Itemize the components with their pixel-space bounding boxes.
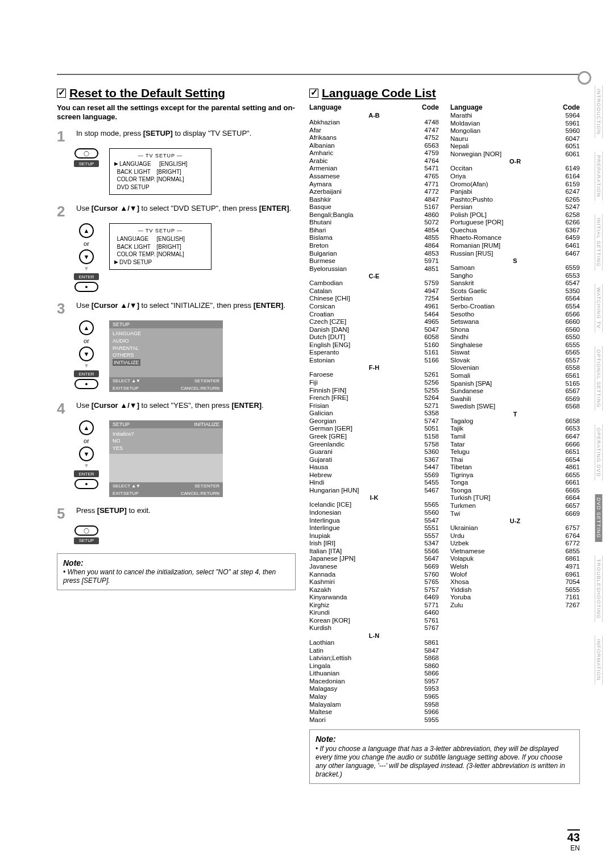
lang-row: Icelandic [ICE]5565 xyxy=(309,501,439,509)
note-title: Note: xyxy=(316,735,574,745)
tv-setup-screen-1: — TV SETUP — ▶LANGUAGE[ENGLISH] BACK LIG… xyxy=(109,148,211,195)
up-btn-icon: ▲ xyxy=(79,320,94,335)
lang-row: Kannada5760 xyxy=(309,571,439,579)
lang-row: Sesotho6566 xyxy=(450,311,580,319)
lang-row: Maori5955 xyxy=(309,716,439,724)
lang-row: Byelorussian4851 xyxy=(309,265,439,273)
lang-group-header: F-H xyxy=(309,364,439,371)
reset-note: Note: • When you want to cancel the init… xyxy=(57,553,296,591)
lang-row: Sindhi6550 xyxy=(450,333,580,341)
lang-row: Abkhazian4748 xyxy=(309,119,439,127)
lang-row: Bashkir4847 xyxy=(309,196,439,204)
remote-cursor-btns: ▲ or ▼ ▼ ENTER ● xyxy=(74,223,99,292)
lang-row: Hebrew5569 xyxy=(309,471,439,479)
lang-row: Corsican4961 xyxy=(309,303,439,311)
lang-row: Kirundi6460 xyxy=(309,609,439,617)
lang-col-left: LanguageCode A-BAbkhazian4748Afar4747Afr… xyxy=(309,103,439,724)
page-footer: 43 EN xyxy=(567,829,580,852)
lang-row: Cambodian5759 xyxy=(309,279,439,287)
down-btn-icon: ▼ xyxy=(79,347,94,361)
step-2-diagram: ▲ or ▼ ▼ ENTER ● — TV SETUP — LANGUAGE[E… xyxy=(74,223,296,292)
lang-row: Macedonian5957 xyxy=(309,678,439,686)
lang-row: Bihari4854 xyxy=(309,227,439,235)
lang-row: Persian5247 xyxy=(450,203,580,211)
lang-row: Serbian6564 xyxy=(450,295,580,303)
lang-row: Tsonga6665 xyxy=(450,487,580,495)
enter-label: ENTER xyxy=(74,370,99,377)
lang-row: Kashmiri5765 xyxy=(309,578,439,586)
note-body: • When you want to cancel the initializa… xyxy=(63,568,289,585)
step-text: Use [Cursor ▲/▼] to select "YES", then p… xyxy=(76,401,296,416)
lang-row: Frisian5271 xyxy=(309,402,439,410)
tab-optional-setting: OPTIONAL SETTING xyxy=(595,346,603,411)
content: Reset to the Default Setting You can res… xyxy=(57,86,580,784)
step-3: 3 Use [Cursor ▲/▼] to select "INITIALIZE… xyxy=(57,301,296,316)
lang-row: Occitan6149 xyxy=(450,165,580,173)
lang-row: Estonian5166 xyxy=(309,357,439,365)
lang-row: Hausa5447 xyxy=(309,464,439,471)
lang-row: Tigrinya6655 xyxy=(450,471,580,479)
lang-row: Aymara4771 xyxy=(309,181,439,189)
lang-row: Burmese5971 xyxy=(309,257,439,265)
lang-row: Swahili6569 xyxy=(450,395,580,403)
lang-row: Spanish [SPA]5165 xyxy=(450,380,580,388)
lang-row: German [GER]5051 xyxy=(309,425,439,433)
lang-row: Dutch [DUT]6058 xyxy=(309,333,439,341)
step-2: 2 Use [Cursor ▲/▼] to select "DVD SETUP"… xyxy=(57,204,296,219)
oval-btn-icon: ◯ xyxy=(74,148,98,158)
lang-row: English [ENG]5160 xyxy=(309,341,439,349)
remote-cursor-btns: ▲ or ▼ ▼ ENTER ● xyxy=(74,420,99,489)
lang-row: Wolof6961 xyxy=(450,571,580,579)
lang-row: Quechua6367 xyxy=(450,227,580,235)
lang-group-header: A-B xyxy=(309,112,439,119)
remote-setup-btn: ◯ SETUP xyxy=(74,148,99,167)
lang-row: Irish [IRI]5347 xyxy=(309,540,439,548)
tab-initial-setting: INITIAL SETTING xyxy=(595,214,603,270)
tab-dvd-setting: DVD SETTING xyxy=(595,494,603,542)
lang-row: Interlingue5551 xyxy=(309,524,439,532)
lang-row: Chinese [CHI]7254 xyxy=(309,295,439,303)
tri-icon: ▼ xyxy=(84,463,89,469)
lang-col-right: LanguageCode Marathi5964Moldavian5961Mon… xyxy=(450,103,580,724)
lang-row: Panjabi6247 xyxy=(450,188,580,196)
lang-row: Tonga6661 xyxy=(450,479,580,487)
enter-btn-icon: ● xyxy=(74,479,98,489)
lang-row: Bhutani5072 xyxy=(309,219,439,227)
remote-cursor-btns: ▲ or ▼ ▼ ENTER ● xyxy=(74,320,99,389)
step-4-diagram: ▲ or ▼ ▼ ENTER ● SETUP INITIALIZE Initia… xyxy=(74,420,296,496)
lang-row: Assamese4765 xyxy=(309,173,439,181)
lang-row: Polish [POL]6258 xyxy=(450,211,580,219)
lang-row: Xhosa7054 xyxy=(450,578,580,586)
lang-row: Vietnamese6855 xyxy=(450,548,580,556)
lang-group-header: T xyxy=(450,411,580,418)
lang-row: Sangho6553 xyxy=(450,272,580,280)
lang-row: Sanskrit6547 xyxy=(450,279,580,287)
lang-row: Serbo-Croatian6554 xyxy=(450,303,580,311)
lang-row: Basque5167 xyxy=(309,203,439,211)
lang-row: Malagasy5953 xyxy=(309,685,439,693)
lang-row: Oriya6164 xyxy=(450,173,580,181)
setup-label: SETUP xyxy=(74,160,99,167)
tri-icon: ▼ xyxy=(84,363,89,369)
step-number: 4 xyxy=(57,401,72,416)
lang-row: Hindi5455 xyxy=(309,479,439,487)
lang-group-header: I-K xyxy=(309,494,439,501)
lang-row: Welsh4971 xyxy=(450,563,580,571)
lang-row: Kazakh5757 xyxy=(309,586,439,594)
step-number: 1 xyxy=(57,129,72,144)
step-5: 5 Press [SETUP] to exit. xyxy=(57,506,296,521)
lang-group-header: L-N xyxy=(309,632,439,639)
lang-row: Amharic4759 xyxy=(309,149,439,157)
reset-section: Reset to the Default Setting You can res… xyxy=(57,86,296,784)
lang-row: Siswat6565 xyxy=(450,349,580,357)
lang-row: Gujarati5367 xyxy=(309,456,439,464)
step-5-diagram: ◯ SETUP xyxy=(74,525,296,544)
lang-row: Latvian;Lettish5868 xyxy=(309,654,439,662)
lang-row: Korean [KOR]5761 xyxy=(309,617,439,625)
header-dot-icon xyxy=(578,71,591,85)
initialize-screen: SETUP INITIALIZE Initialize? NO YES SELE… xyxy=(109,420,223,496)
remote-setup-btn: ◯ SETUP xyxy=(74,525,99,544)
tab-watching-tv: WATCHING TV xyxy=(595,284,603,332)
lang-row: Urdu6764 xyxy=(450,532,580,540)
lang-row: Volapuk6861 xyxy=(450,555,580,563)
